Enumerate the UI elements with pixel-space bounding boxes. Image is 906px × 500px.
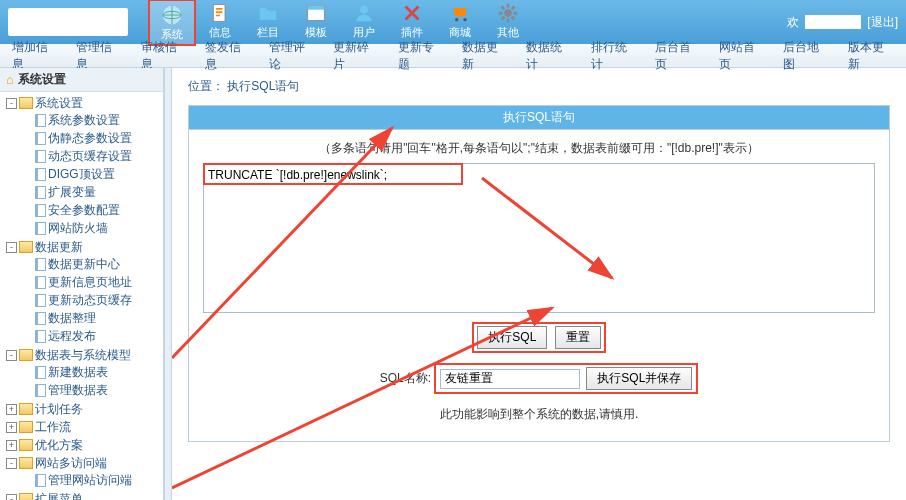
svg-point-6 bbox=[455, 18, 458, 21]
tree-toggle-icon[interactable]: - bbox=[6, 242, 17, 253]
sidebar-tree: -系统设置系统参数设置伪静态参数设置动态页缓存设置DIGG顶设置扩展变量安全参数… bbox=[0, 92, 163, 500]
folder-icon bbox=[19, 97, 33, 109]
divider[interactable] bbox=[164, 68, 172, 500]
sidebar: ⌂ 系统设置 -系统设置系统参数设置伪静态参数设置动态页缓存设置DIGG顶设置扩… bbox=[0, 68, 164, 500]
svg-rect-4 bbox=[308, 5, 325, 9]
greeting-prefix: 欢 bbox=[787, 14, 799, 31]
sql-panel: 执行SQL语句 （多条语句请用"回车"格开,每条语句以";"结束，数据表前缀可用… bbox=[188, 105, 890, 442]
tree-item[interactable]: 管理数据表 bbox=[20, 382, 163, 398]
tree-toggle-icon[interactable]: - bbox=[6, 350, 17, 361]
page-icon bbox=[35, 330, 46, 343]
tree-item[interactable]: -网站多访问端 bbox=[4, 455, 163, 471]
folder-icon bbox=[19, 403, 33, 415]
tree-item[interactable]: 系统参数设置 bbox=[20, 112, 163, 128]
page-icon bbox=[35, 168, 46, 181]
gear-icon bbox=[496, 1, 520, 25]
tree-toggle-icon[interactable]: - bbox=[6, 458, 17, 469]
warning-text: 此功能影响到整个系统的数据,请慎用. bbox=[203, 406, 875, 423]
breadcrumb-link[interactable]: 执行SQL语句 bbox=[227, 79, 299, 93]
sql-textarea[interactable] bbox=[203, 163, 875, 313]
folder-icon bbox=[19, 241, 33, 253]
tree-item[interactable]: +计划任务 bbox=[4, 401, 163, 417]
tree-item[interactable]: -扩展菜单 bbox=[4, 491, 163, 500]
logo-area bbox=[8, 8, 128, 36]
doc-icon bbox=[208, 1, 232, 25]
tree-item[interactable]: 数据整理 bbox=[20, 310, 163, 326]
svg-point-8 bbox=[504, 9, 511, 16]
tree-toggle-icon[interactable]: + bbox=[6, 440, 17, 451]
top-bar: 系统信息栏目模板用户插件商城其他 欢 [退出] bbox=[0, 0, 906, 44]
tree-item[interactable]: 更新动态页缓存 bbox=[20, 292, 163, 308]
layout-icon bbox=[304, 1, 328, 25]
folder-icon bbox=[19, 349, 33, 361]
folder-icon bbox=[256, 1, 280, 25]
tree-item[interactable]: 数据更新中心 bbox=[20, 256, 163, 272]
page-icon bbox=[35, 132, 46, 145]
page-icon bbox=[35, 222, 46, 235]
tree-item[interactable]: DIGG顶设置 bbox=[20, 166, 163, 182]
username-masked bbox=[805, 15, 861, 29]
page-icon bbox=[35, 258, 46, 271]
tree-item[interactable]: 动态页缓存设置 bbox=[20, 148, 163, 164]
home-icon: ⌂ bbox=[6, 72, 14, 87]
page-icon bbox=[35, 384, 46, 397]
tree-item[interactable]: 伪静态参数设置 bbox=[20, 130, 163, 146]
tools-icon bbox=[400, 1, 424, 25]
tree-item[interactable]: 新建数据表 bbox=[20, 364, 163, 380]
svg-rect-2 bbox=[213, 4, 225, 21]
exec-sql-button[interactable]: 执行SQL bbox=[477, 326, 547, 349]
globe-icon bbox=[160, 3, 184, 27]
page-icon bbox=[35, 204, 46, 217]
folder-icon bbox=[19, 493, 33, 500]
sql-name-label: SQL名称: bbox=[380, 371, 431, 385]
content-area: 位置： 执行SQL语句 执行SQL语句 （多条语句请用"回车"格开,每条语句以"… bbox=[172, 68, 906, 500]
logout-link[interactable]: [退出] bbox=[867, 14, 898, 31]
tree-item[interactable]: 扩展变量 bbox=[20, 184, 163, 200]
page-icon bbox=[35, 276, 46, 289]
tree-toggle-icon[interactable]: + bbox=[6, 422, 17, 433]
folder-icon bbox=[19, 457, 33, 469]
hint-text: （多条语句请用"回车"格开,每条语句以";"结束，数据表前缀可用："[!db.p… bbox=[203, 140, 875, 157]
page-icon bbox=[35, 366, 46, 379]
tree-item[interactable]: -数据表与系统模型 bbox=[4, 347, 163, 363]
svg-point-5 bbox=[360, 5, 368, 13]
breadcrumb: 位置： 执行SQL语句 bbox=[188, 78, 890, 95]
tree-item[interactable]: 安全参数配置 bbox=[20, 202, 163, 218]
reset-button[interactable]: 重置 bbox=[555, 326, 601, 349]
sidebar-title: ⌂ 系统设置 bbox=[0, 68, 163, 92]
tree-item[interactable]: +优化方案 bbox=[4, 437, 163, 453]
user-area: 欢 [退出] bbox=[787, 14, 898, 31]
page-icon bbox=[35, 150, 46, 163]
tree-toggle-icon[interactable]: + bbox=[6, 404, 17, 415]
folder-icon bbox=[19, 421, 33, 433]
panel-title: 执行SQL语句 bbox=[189, 106, 889, 130]
tree-toggle-icon[interactable]: - bbox=[6, 494, 17, 501]
secondary-nav: 增加信息管理信息审核信息签发信息管理评论更新碎片更新专题数据更新数据统计排行统计… bbox=[0, 44, 906, 68]
highlight-exec-buttons: 执行SQL 重置 bbox=[472, 322, 605, 353]
page-icon bbox=[35, 114, 46, 127]
tree-item[interactable]: -数据更新 bbox=[4, 239, 163, 255]
svg-point-7 bbox=[463, 18, 466, 21]
page-icon bbox=[35, 186, 46, 199]
page-icon bbox=[35, 474, 46, 487]
page-icon bbox=[35, 312, 46, 325]
tree-item[interactable]: 远程发布 bbox=[20, 328, 163, 344]
tree-item[interactable]: -系统设置 bbox=[4, 95, 163, 111]
user-icon bbox=[352, 1, 376, 25]
tree-item[interactable]: 管理网站访问端 bbox=[20, 472, 163, 488]
folder-icon bbox=[19, 439, 33, 451]
sql-name-input[interactable] bbox=[440, 369, 580, 389]
tree-item[interactable]: 更新信息页地址 bbox=[20, 274, 163, 290]
cart-icon bbox=[448, 1, 472, 25]
exec-save-button[interactable]: 执行SQL并保存 bbox=[586, 367, 692, 390]
tree-item[interactable]: 网站防火墙 bbox=[20, 220, 163, 236]
highlight-name-row: 执行SQL并保存 bbox=[434, 363, 698, 394]
tree-toggle-icon[interactable]: - bbox=[6, 98, 17, 109]
page-icon bbox=[35, 294, 46, 307]
tree-item[interactable]: +工作流 bbox=[4, 419, 163, 435]
